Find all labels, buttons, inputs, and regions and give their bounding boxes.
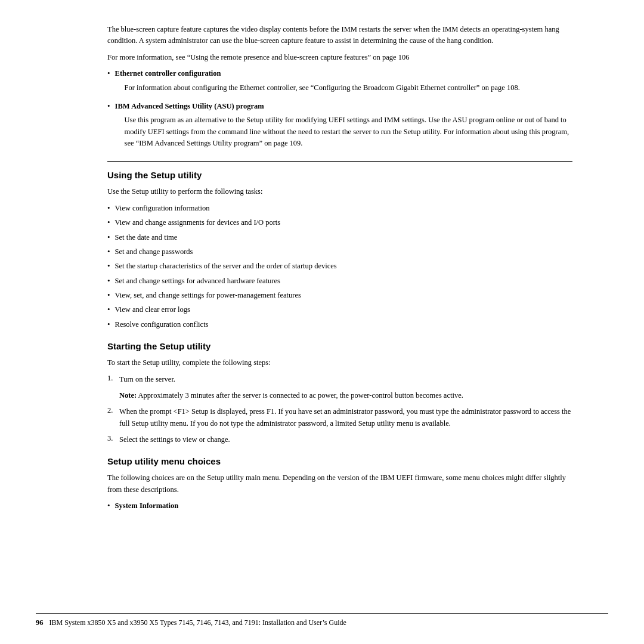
system-info-label: System Information [115, 500, 179, 512]
using-setup-section: Using the Setup utility Use the Setup ut… [107, 170, 572, 330]
footer-page-num: 96 [36, 618, 44, 627]
step-1: 1. Turn on the server. [107, 374, 572, 385]
step-1-num: 1. [107, 374, 119, 383]
system-info-bullet: • System Information [107, 500, 572, 512]
step-3-num: 3. [107, 434, 119, 443]
bullet-dot: • [107, 290, 110, 300]
using-setup-intro: Use the Setup utility to perform the fol… [107, 186, 572, 197]
list-item: • View configuration information [107, 203, 572, 214]
step-3-text: Select the settings to view or change. [119, 434, 230, 445]
content-area: The blue-screen capture feature captures… [107, 24, 572, 512]
list-item: • View and change assignments for device… [107, 217, 572, 228]
list-item-text: Set and change passwords [115, 246, 193, 258]
step-1-text: Turn on the server. [119, 374, 175, 385]
note-text: Note: Approximately 3 minutes after the … [119, 390, 572, 401]
bullet-dot: • [107, 233, 110, 242]
bullet-dot: • [107, 261, 110, 271]
footer-text: IBM System x3850 X5 and x3950 X5 Types 7… [49, 618, 346, 627]
list-item: • Set and change settings for advanced h… [107, 275, 572, 287]
bullet-dot-1: • [107, 69, 110, 78]
setup-menu-section: Setup utility menu choices The following… [107, 456, 572, 512]
bullet-dot: • [107, 320, 110, 329]
list-item-text: Resolve configuration conflicts [115, 319, 209, 330]
list-item: • View and clear error logs [107, 304, 572, 315]
intro-paragraph-1: The blue-screen capture feature captures… [107, 24, 572, 47]
list-item-text: View and change assignments for devices … [115, 217, 281, 228]
bullet-ethernet-label: Ethernet controller configuration [115, 68, 520, 79]
note-body: Approximately 3 minutes after the server… [138, 391, 463, 400]
step-2-text: When the prompt <F1> Setup is displayed,… [119, 406, 572, 429]
bullet-dot: • [107, 276, 110, 286]
setup-menu-intro: The following choices are on the Setup u… [107, 472, 572, 496]
intro-paragraph-2: For more information, see “Using the rem… [107, 52, 572, 63]
page-container: The blue-screen capture feature captures… [0, 0, 644, 644]
bullet-ethernet: • Ethernet controller configuration For … [107, 68, 572, 97]
bullet-asu-label: IBM Advanced Settings Utility (ASU) prog… [115, 101, 572, 112]
list-item: • View, set, and change settings for pow… [107, 290, 572, 301]
list-item: • Set and change passwords [107, 246, 572, 258]
bullet-dot: • [107, 305, 110, 314]
note-block: Note: Approximately 3 minutes after the … [119, 390, 572, 401]
bullet-dot: • [107, 247, 110, 256]
list-item: • Set the date and time [107, 232, 572, 243]
bullet-dot: • [107, 218, 110, 227]
list-item-text: View, set, and change settings for power… [115, 290, 301, 301]
using-setup-heading: Using the Setup utility [107, 170, 572, 180]
list-item: • Set the startup characteristics of the… [107, 261, 572, 272]
footer: 96 IBM System x3850 X5 and x3950 X5 Type… [36, 613, 608, 627]
starting-setup-steps: 1. Turn on the server. Note: Approximate… [107, 374, 572, 446]
bullet-ethernet-text: For information about configuring the Et… [125, 82, 520, 94]
starting-setup-heading: Starting the Setup utility [107, 341, 572, 351]
using-setup-list: • View configuration information • View … [107, 203, 572, 330]
list-item: • Resolve configuration conflicts [107, 319, 572, 330]
section-divider [107, 161, 572, 162]
step-3: 3. Select the settings to view or change… [107, 434, 572, 445]
bullet-dot-sys: • [107, 501, 110, 510]
list-item-text: Set and change settings for advanced har… [115, 275, 280, 287]
list-item-text: Set the date and time [115, 232, 178, 243]
setup-menu-heading: Setup utility menu choices [107, 456, 572, 466]
list-item-text: Set the startup characteristics of the s… [115, 261, 337, 272]
starting-setup-section: Starting the Setup utility To start the … [107, 341, 572, 445]
bullet-dot-2: • [107, 101, 110, 111]
list-item-text: View configuration information [115, 203, 210, 214]
bullets-top: • Ethernet controller configuration For … [107, 68, 572, 153]
bullet-asu: • IBM Advanced Settings Utility (ASU) pr… [107, 101, 572, 153]
list-item-text: View and clear error logs [115, 304, 190, 315]
step-2: 2. When the prompt <F1> Setup is display… [107, 406, 572, 429]
starting-setup-intro: To start the Setup utility, complete the… [107, 357, 572, 369]
step-2-num: 2. [107, 406, 119, 415]
bullet-asu-text: Use this program as an alternative to th… [125, 114, 572, 149]
bullet-dot: • [107, 203, 110, 213]
